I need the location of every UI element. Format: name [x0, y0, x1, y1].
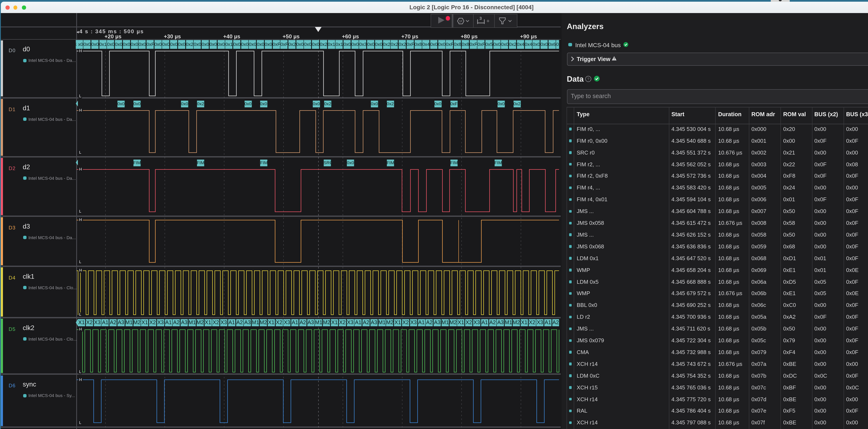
svg-text:1F: 1F [459, 19, 462, 23]
svg-text:?: ? [587, 77, 589, 81]
